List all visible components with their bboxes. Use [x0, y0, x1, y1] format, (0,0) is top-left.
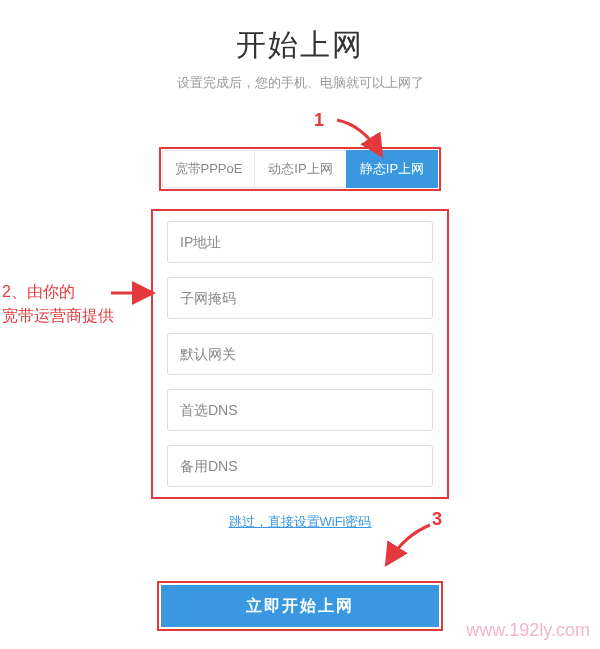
- page-subtitle: 设置完成后，您的手机、电脑就可以上网了: [177, 74, 424, 92]
- static-ip-form: [151, 209, 449, 499]
- connection-type-tabs: 宽带PPPoE 动态IP上网 静态IP上网: [159, 147, 441, 191]
- primary-dns-field[interactable]: [167, 389, 433, 431]
- ip-address-field[interactable]: [167, 221, 433, 263]
- submit-highlight: 立即开始上网: [157, 581, 443, 631]
- default-gateway-field[interactable]: [167, 333, 433, 375]
- tab-static-ip[interactable]: 静态IP上网: [346, 150, 438, 188]
- tab-dynamic-ip[interactable]: 动态IP上网: [254, 150, 346, 188]
- subnet-mask-field[interactable]: [167, 277, 433, 319]
- start-internet-button[interactable]: 立即开始上网: [161, 585, 439, 627]
- tab-pppoe[interactable]: 宽带PPPoE: [162, 150, 254, 188]
- page-title: 开始上网: [236, 25, 364, 66]
- watermark: www.192ly.com: [466, 620, 590, 641]
- secondary-dns-field[interactable]: [167, 445, 433, 487]
- skip-wifi-link[interactable]: 跳过，直接设置WiFi密码: [229, 513, 372, 531]
